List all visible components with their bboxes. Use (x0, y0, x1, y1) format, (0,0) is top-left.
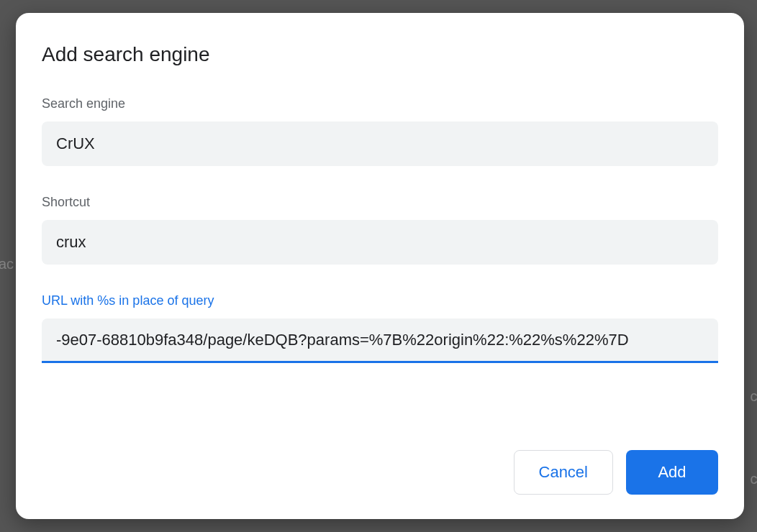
shortcut-label: Shortcut (42, 195, 718, 210)
dialog-button-row: Cancel Add (42, 450, 718, 495)
url-field-group: URL with %s in place of query (42, 293, 718, 363)
shortcut-field-group: Shortcut (42, 195, 718, 265)
background-text-fragment: ct (750, 388, 757, 405)
search-engine-field-group: Search engine (42, 96, 718, 166)
search-engine-input[interactable] (42, 121, 718, 166)
dialog-title: Add search engine (42, 43, 718, 66)
add-search-engine-dialog: Add search engine Search engine Shortcut… (16, 13, 744, 519)
background-text-fragment: ct (750, 471, 757, 487)
url-input[interactable] (42, 318, 718, 363)
background-text-fragment: ac (0, 256, 14, 272)
search-engine-label: Search engine (42, 96, 718, 111)
cancel-button[interactable]: Cancel (514, 450, 613, 495)
shortcut-input[interactable] (42, 220, 718, 265)
add-button[interactable]: Add (626, 450, 718, 495)
url-label: URL with %s in place of query (42, 293, 718, 308)
